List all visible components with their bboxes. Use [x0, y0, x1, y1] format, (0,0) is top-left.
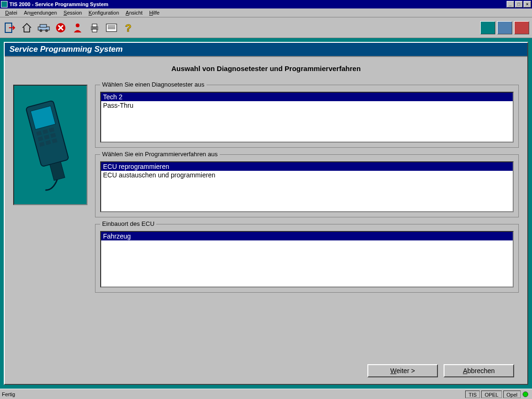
menubar: Datei Anwendungen Session Konfiguration … — [0, 8, 532, 17]
method-option-replace[interactable]: ECU austauschen und programmieren — [101, 171, 513, 179]
page-heading: Auswahl von Diagnosetester und Programmi… — [13, 64, 519, 72]
menu-anwendungen[interactable]: Anwendungen — [21, 9, 60, 16]
form-column: Wählen Sie einen Diagnosetester aus Tech… — [95, 85, 519, 353]
main-panel: Service Programming System Auswahl von D… — [4, 42, 528, 385]
programming-method-group: Wählen Sie ein Programmierverfahren aus … — [95, 154, 519, 217]
status-field-opel: OPEL — [481, 391, 501, 398]
content-row: Wählen Sie einen Diagnosetester aus Tech… — [13, 85, 519, 353]
status-text: Fertig — [2, 391, 464, 397]
window-subtitle: Service Programming System — [35, 1, 108, 7]
device-illustration — [13, 85, 87, 205]
tester-legend: Wählen Sie einen Diagnosetester aus — [100, 81, 206, 88]
location-option-vehicle[interactable]: Fahrzeug — [101, 232, 513, 240]
cancel-button[interactable]: Abbrechen — [444, 364, 514, 377]
ecu-location-group: Einbauort des ECU Fahrzeug — [95, 224, 519, 293]
car-icon[interactable] — [37, 21, 51, 35]
app-name: TIS 2000 — [9, 1, 31, 7]
method-listbox[interactable]: ECU reprogrammieren ECU austauschen und … — [100, 161, 514, 212]
diagnostic-tester-group: Wählen Sie einen Diagnosetester aus Tech… — [95, 85, 519, 148]
method-option-reprogram[interactable]: ECU reprogrammieren — [101, 162, 513, 171]
tester-option-tech2[interactable]: Tech 2 — [101, 93, 513, 101]
svg-point-4 — [45, 29, 48, 32]
help-icon[interactable]: ? — [121, 21, 135, 35]
location-listbox[interactable]: Fahrzeug — [100, 231, 514, 287]
window-titlebar: TIS 2000 - Service Programming System _ … — [0, 0, 532, 8]
location-legend: Einbauort des ECU — [100, 220, 156, 227]
tester-listbox[interactable]: Tech 2 Pass-Thru — [100, 92, 514, 143]
close-button[interactable]: × — [524, 1, 531, 8]
button-row: Weiter > Abbrechen — [13, 360, 519, 379]
window-title: TIS 2000 - Service Programming System — [9, 1, 506, 7]
svg-text:?: ? — [125, 22, 131, 33]
maximize-button[interactable]: □ — [515, 1, 523, 8]
brand-logo-3[interactable] — [514, 21, 529, 34]
menu-konfiguration[interactable]: Konfiguration — [85, 9, 122, 16]
svg-rect-26 — [50, 162, 65, 181]
exit-icon[interactable] — [3, 21, 17, 35]
method-legend: Wählen Sie ein Programmierverfahren aus — [100, 151, 220, 158]
brand-logo-2[interactable] — [497, 21, 512, 34]
svg-point-6 — [76, 24, 79, 27]
news-icon[interactable] — [104, 21, 119, 35]
menu-session[interactable]: Session — [60, 9, 85, 16]
user-icon[interactable] — [71, 21, 85, 35]
status-field-tis: TIS — [465, 391, 480, 398]
stop-icon[interactable] — [54, 21, 68, 35]
toolbar: ? — [0, 17, 532, 38]
menu-datei[interactable]: Datei — [2, 9, 21, 16]
svg-point-3 — [40, 29, 42, 32]
minimize-button[interactable]: _ — [507, 1, 514, 8]
svg-rect-9 — [92, 29, 97, 32]
app-icon — [1, 1, 8, 8]
print-icon[interactable] — [87, 21, 102, 35]
status-field-opel2: Opel — [503, 391, 521, 398]
brand-logo-1[interactable] — [480, 21, 495, 34]
workspace: Service Programming System Auswahl von D… — [0, 38, 532, 389]
status-indicator-icon — [523, 391, 528, 397]
next-button[interactable]: Weiter > — [367, 364, 438, 377]
home-icon[interactable] — [20, 21, 34, 35]
tester-option-passthru[interactable]: Pass-Thru — [101, 101, 513, 110]
svg-rect-2 — [40, 24, 47, 27]
svg-rect-10 — [106, 24, 117, 32]
statusbar: Fertig TIS OPEL Opel — [0, 389, 532, 399]
svg-rect-8 — [92, 24, 97, 27]
panel-body: Auswahl von Diagnosetester und Programmi… — [5, 57, 527, 384]
menu-hilfe[interactable]: Hilfe — [146, 9, 163, 16]
menu-ansicht[interactable]: Ansicht — [122, 9, 146, 16]
panel-title: Service Programming System — [5, 43, 527, 57]
